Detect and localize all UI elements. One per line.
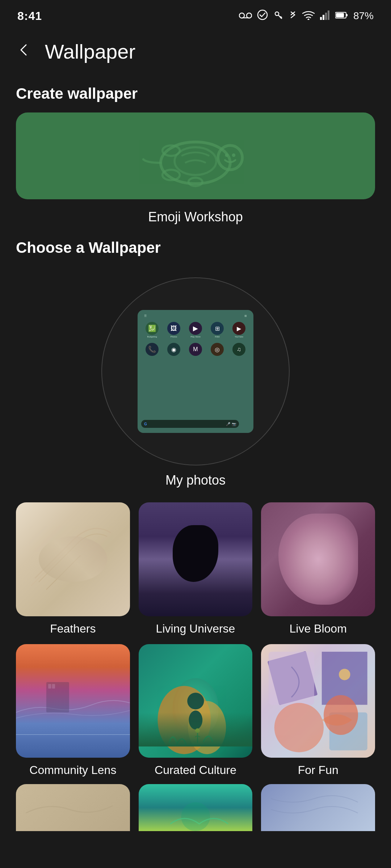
wallpaper-thumb-feathers — [16, 502, 130, 616]
create-section: Create wallpaper — [0, 71, 391, 225]
svg-point-33 — [339, 669, 350, 680]
wallpaper-thumb-partial-2 — [139, 784, 253, 831]
svg-rect-7 — [323, 15, 324, 20]
bluetooth-icon — [289, 9, 297, 23]
svg-rect-11 — [336, 13, 344, 17]
phone-screenshot-art: ☰ ⊞ 💹 Budgeting 🖼 — [141, 314, 250, 429]
wifi-icon — [302, 10, 315, 22]
svg-point-26 — [187, 693, 204, 709]
wallpaper-grid: Feathers Living Universe Live Bloom — [0, 488, 391, 784]
battery-icon — [335, 10, 348, 22]
svg-rect-32 — [329, 712, 367, 750]
svg-rect-23 — [52, 684, 55, 689]
wallpaper-item-living-universe[interactable]: Living Universe — [139, 502, 253, 635]
wallpaper-item-feathers[interactable]: Feathers — [16, 502, 130, 635]
wallpaper-name-community-lens: Community Lens — [29, 763, 116, 777]
svg-point-28 — [195, 728, 200, 733]
wallpaper-name-feathers: Feathers — [50, 622, 96, 635]
wallpaper-item-community-lens[interactable]: Community Lens — [16, 644, 130, 777]
choose-section-title: Choose a Wallpaper — [0, 225, 391, 267]
wallpaper-thumb-live-bloom — [261, 502, 375, 616]
create-section-title: Create wallpaper — [0, 71, 391, 112]
svg-point-17 — [232, 153, 236, 157]
check-circle-icon — [257, 9, 268, 23]
wallpaper-thumb-community-lens — [16, 644, 130, 758]
wallpaper-thumb-partial-3 — [261, 784, 375, 831]
svg-rect-9 — [328, 10, 329, 20]
wallpaper-name-for-fun: For Fun — [298, 763, 339, 777]
signal-icon — [320, 10, 330, 22]
emoji-workshop-art — [16, 112, 375, 199]
svg-point-16 — [225, 153, 229, 157]
status-time: 8:41 — [17, 9, 42, 23]
svg-rect-6 — [320, 17, 322, 20]
wallpaper-grid-bottom-row — [0, 784, 391, 846]
svg-point-0 — [239, 13, 244, 18]
key-icon — [273, 9, 284, 23]
page-header: Wallpaper — [0, 29, 391, 71]
my-photos-container: ☰ ⊞ 💹 Budgeting 🖼 — [0, 267, 391, 488]
svg-rect-22 — [48, 684, 51, 689]
svg-point-24 — [157, 686, 211, 754]
status-bar: 8:41 — [0, 0, 391, 29]
wallpaper-item-partial-2[interactable] — [139, 784, 253, 831]
emoji-workshop-label: Emoji Workshop — [0, 204, 391, 225]
status-icons: 87% — [239, 9, 374, 23]
wallpaper-item-for-fun[interactable]: For Fun — [261, 644, 375, 777]
my-photos-circle[interactable]: ☰ ⊞ 💹 Budgeting 🖼 — [101, 277, 290, 465]
svg-point-34 — [181, 802, 210, 831]
wallpaper-item-curated-culture[interactable]: Curated Culture — [139, 644, 253, 777]
wallpaper-name-curated-culture: Curated Culture — [155, 763, 236, 777]
my-photos-preview: ☰ ⊞ 💹 Budgeting 🖼 — [138, 310, 253, 433]
wallpaper-thumb-for-fun — [261, 644, 375, 758]
svg-rect-2 — [242, 17, 249, 18]
svg-point-1 — [247, 13, 252, 18]
wallpaper-name-live-bloom: Live Bloom — [290, 622, 347, 635]
wallpaper-item-live-bloom[interactable]: Live Bloom — [261, 502, 375, 635]
svg-rect-12 — [346, 14, 348, 16]
back-button[interactable] — [16, 42, 32, 61]
svg-point-3 — [258, 10, 267, 20]
wallpaper-item-partial-3[interactable] — [261, 784, 375, 831]
svg-point-5 — [307, 18, 309, 20]
battery-percentage: 87% — [353, 10, 374, 22]
wallpaper-thumb-curated-culture — [139, 644, 253, 758]
wallpaper-thumb-living-universe — [139, 502, 253, 616]
wallpaper-thumb-partial-1 — [16, 784, 130, 831]
svg-point-31 — [274, 703, 324, 752]
svg-rect-8 — [325, 13, 327, 20]
my-photos-label: My photos — [165, 465, 226, 488]
svg-point-27 — [189, 710, 202, 729]
voicemail-icon — [239, 10, 252, 22]
page-title: Wallpaper — [45, 40, 135, 63]
wallpaper-name-living-universe: Living Universe — [156, 622, 235, 635]
choose-section: Choose a Wallpaper ☰ ⊞ 💹 Budgeting — [0, 225, 391, 846]
wallpaper-item-partial-1[interactable] — [16, 784, 130, 831]
emoji-workshop-card[interactable] — [16, 112, 375, 199]
